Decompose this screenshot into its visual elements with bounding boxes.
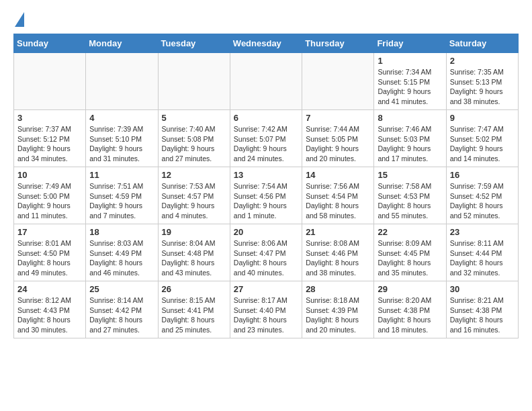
day-info: Sunrise: 7:56 AMSunset: 4:54 PMDaylight:… [306,181,370,221]
calendar-cell: 16Sunrise: 7:59 AMSunset: 4:52 PMDayligh… [446,167,518,224]
calendar-cell: 29Sunrise: 8:20 AMSunset: 4:38 PMDayligh… [374,281,446,338]
day-info: Sunrise: 7:46 AMSunset: 5:03 PMDaylight:… [378,124,442,164]
calendar-week-row: 10Sunrise: 7:49 AMSunset: 5:00 PMDayligh… [14,167,519,224]
calendar-cell: 24Sunrise: 8:12 AMSunset: 4:43 PMDayligh… [14,281,86,338]
day-info: Sunrise: 8:14 AMSunset: 4:42 PMDaylight:… [89,295,154,335]
day-info: Sunrise: 8:03 AMSunset: 4:49 PMDaylight:… [89,238,154,278]
day-info: Sunrise: 7:42 AMSunset: 5:07 PMDaylight:… [234,124,298,164]
day-number: 22 [378,227,442,237]
day-info: Sunrise: 7:35 AMSunset: 5:13 PMDaylight:… [450,67,515,107]
calendar-cell: 23Sunrise: 8:11 AMSunset: 4:44 PMDayligh… [446,224,518,281]
calendar-header-row: SundayMondayTuesdayWednesdayThursdayFrid… [14,34,519,53]
day-info: Sunrise: 8:12 AMSunset: 4:43 PMDaylight:… [17,295,82,335]
calendar-header-wednesday: Wednesday [230,34,302,53]
day-info: Sunrise: 7:49 AMSunset: 5:00 PMDaylight:… [17,181,82,221]
day-info: Sunrise: 8:11 AMSunset: 4:44 PMDaylight:… [450,238,515,278]
calendar-header-monday: Monday [86,34,158,53]
day-number: 28 [306,284,370,294]
day-number: 20 [234,227,298,237]
logo [13,13,24,27]
day-number: 5 [162,113,226,123]
day-info: Sunrise: 7:59 AMSunset: 4:52 PMDaylight:… [450,181,515,221]
calendar-table: SundayMondayTuesdayWednesdayThursdayFrid… [13,34,519,338]
calendar-cell: 3Sunrise: 7:37 AMSunset: 5:12 PMDaylight… [14,110,86,167]
day-number: 4 [89,113,154,123]
page-header [13,13,519,27]
logo-triangle-icon [15,12,24,27]
day-info: Sunrise: 7:54 AMSunset: 4:56 PMDaylight:… [234,181,298,221]
calendar-cell: 14Sunrise: 7:56 AMSunset: 4:54 PMDayligh… [302,167,374,224]
day-info: Sunrise: 8:04 AMSunset: 4:48 PMDaylight:… [162,238,226,278]
calendar-cell: 19Sunrise: 8:04 AMSunset: 4:48 PMDayligh… [158,224,230,281]
day-info: Sunrise: 8:09 AMSunset: 4:45 PMDaylight:… [378,238,442,278]
day-number: 13 [234,170,298,180]
calendar-cell: 27Sunrise: 8:17 AMSunset: 4:40 PMDayligh… [230,281,302,338]
calendar-cell: 22Sunrise: 8:09 AMSunset: 4:45 PMDayligh… [374,224,446,281]
calendar-week-row: 17Sunrise: 8:01 AMSunset: 4:50 PMDayligh… [14,224,519,281]
calendar-cell [14,53,86,110]
day-info: Sunrise: 8:18 AMSunset: 4:39 PMDaylight:… [306,295,370,335]
calendar-week-row: 1Sunrise: 7:34 AMSunset: 5:15 PMDaylight… [14,53,519,110]
day-number: 27 [234,284,298,294]
day-info: Sunrise: 7:39 AMSunset: 5:10 PMDaylight:… [89,124,154,164]
calendar-header-thursday: Thursday [302,34,374,53]
day-info: Sunrise: 8:21 AMSunset: 4:38 PMDaylight:… [450,295,515,335]
day-info: Sunrise: 7:40 AMSunset: 5:08 PMDaylight:… [162,124,226,164]
calendar-cell [302,53,374,110]
day-info: Sunrise: 8:06 AMSunset: 4:47 PMDaylight:… [234,238,298,278]
day-info: Sunrise: 7:51 AMSunset: 4:59 PMDaylight:… [89,181,154,221]
calendar-week-row: 3Sunrise: 7:37 AMSunset: 5:12 PMDaylight… [14,110,519,167]
day-info: Sunrise: 8:15 AMSunset: 4:41 PMDaylight:… [162,295,226,335]
calendar-cell: 28Sunrise: 8:18 AMSunset: 4:39 PMDayligh… [302,281,374,338]
day-info: Sunrise: 8:08 AMSunset: 4:46 PMDaylight:… [306,238,370,278]
day-number: 15 [378,170,442,180]
day-info: Sunrise: 7:53 AMSunset: 4:57 PMDaylight:… [162,181,226,221]
day-number: 29 [378,284,442,294]
day-info: Sunrise: 8:01 AMSunset: 4:50 PMDaylight:… [17,238,82,278]
day-info: Sunrise: 7:58 AMSunset: 4:53 PMDaylight:… [378,181,442,221]
day-info: Sunrise: 8:20 AMSunset: 4:38 PMDaylight:… [378,295,442,335]
day-number: 18 [89,227,154,237]
day-number: 25 [89,284,154,294]
calendar-cell: 15Sunrise: 7:58 AMSunset: 4:53 PMDayligh… [374,167,446,224]
calendar-week-row: 24Sunrise: 8:12 AMSunset: 4:43 PMDayligh… [14,281,519,338]
calendar-cell: 25Sunrise: 8:14 AMSunset: 4:42 PMDayligh… [86,281,158,338]
calendar-cell: 30Sunrise: 8:21 AMSunset: 4:38 PMDayligh… [446,281,518,338]
day-number: 11 [89,170,154,180]
calendar-cell: 12Sunrise: 7:53 AMSunset: 4:57 PMDayligh… [158,167,230,224]
day-info: Sunrise: 7:47 AMSunset: 5:02 PMDaylight:… [450,124,515,164]
calendar-cell: 9Sunrise: 7:47 AMSunset: 5:02 PMDaylight… [446,110,518,167]
calendar-cell: 10Sunrise: 7:49 AMSunset: 5:00 PMDayligh… [14,167,86,224]
day-number: 8 [378,113,442,123]
calendar-header-sunday: Sunday [14,34,86,53]
day-number: 24 [17,284,82,294]
calendar-cell: 1Sunrise: 7:34 AMSunset: 5:15 PMDaylight… [374,53,446,110]
calendar-header-tuesday: Tuesday [158,34,230,53]
calendar-cell: 7Sunrise: 7:44 AMSunset: 5:05 PMDaylight… [302,110,374,167]
day-number: 10 [17,170,82,180]
day-number: 2 [450,56,515,66]
day-number: 30 [450,284,515,294]
calendar-cell: 26Sunrise: 8:15 AMSunset: 4:41 PMDayligh… [158,281,230,338]
day-info: Sunrise: 8:17 AMSunset: 4:40 PMDaylight:… [234,295,298,335]
day-number: 9 [450,113,515,123]
calendar-cell: 18Sunrise: 8:03 AMSunset: 4:49 PMDayligh… [86,224,158,281]
day-info: Sunrise: 7:37 AMSunset: 5:12 PMDaylight:… [17,124,82,164]
calendar-cell: 6Sunrise: 7:42 AMSunset: 5:07 PMDaylight… [230,110,302,167]
day-info: Sunrise: 7:44 AMSunset: 5:05 PMDaylight:… [306,124,370,164]
day-number: 16 [450,170,515,180]
calendar-cell: 21Sunrise: 8:08 AMSunset: 4:46 PMDayligh… [302,224,374,281]
calendar-cell: 20Sunrise: 8:06 AMSunset: 4:47 PMDayligh… [230,224,302,281]
calendar-header-saturday: Saturday [446,34,518,53]
calendar-cell: 11Sunrise: 7:51 AMSunset: 4:59 PMDayligh… [86,167,158,224]
day-number: 3 [17,113,82,123]
calendar-cell [86,53,158,110]
calendar-cell: 4Sunrise: 7:39 AMSunset: 5:10 PMDaylight… [86,110,158,167]
day-number: 21 [306,227,370,237]
calendar-cell: 2Sunrise: 7:35 AMSunset: 5:13 PMDaylight… [446,53,518,110]
calendar-cell [158,53,230,110]
day-number: 23 [450,227,515,237]
calendar-header-friday: Friday [374,34,446,53]
day-number: 19 [162,227,226,237]
calendar-cell: 8Sunrise: 7:46 AMSunset: 5:03 PMDaylight… [374,110,446,167]
